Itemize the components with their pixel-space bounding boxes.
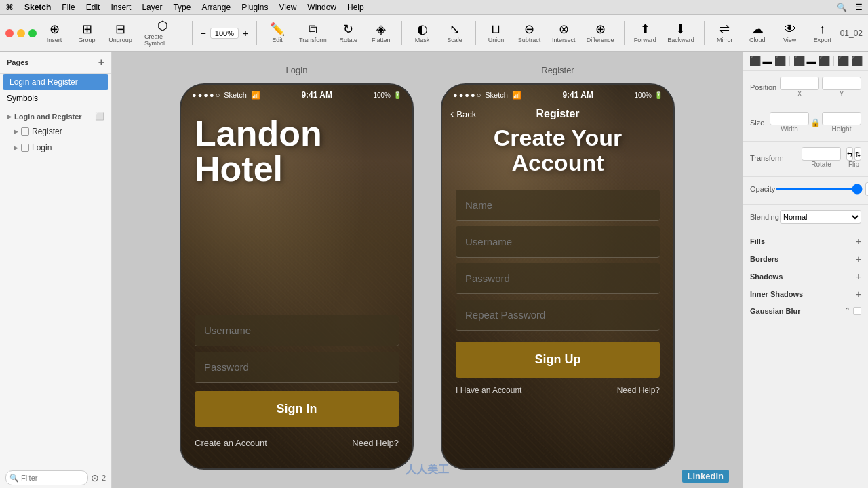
- align-middle-v-button[interactable]: ▬: [807, 56, 816, 66]
- shadows-add-button[interactable]: +: [856, 271, 861, 282]
- gaussian-blur-checkbox[interactable]: [853, 307, 861, 315]
- width-input[interactable]: [770, 112, 809, 125]
- menu-window[interactable]: Window: [307, 3, 336, 12]
- zoom-plus-button[interactable]: +: [240, 26, 251, 40]
- align-right-button[interactable]: ⬛: [774, 56, 786, 66]
- flip-v-button[interactable]: ⇅: [854, 147, 861, 161]
- subtract-icon: ⊖: [524, 23, 534, 35]
- layer-expand-icon-login[interactable]: ▶: [14, 144, 18, 151]
- menu-edit[interactable]: Edit: [86, 3, 100, 12]
- signup-button[interactable]: Sign Up: [456, 342, 660, 378]
- menu-arrange[interactable]: Arrange: [201, 3, 231, 12]
- backward-tool[interactable]: ⬇ Backward: [663, 20, 698, 46]
- sidebar-bottom-actions: 🔍 ⊙ 2: [0, 468, 111, 488]
- login-need-help-link[interactable]: Need Help?: [352, 438, 399, 448]
- scale-tool[interactable]: ⤡ Scale: [440, 20, 470, 46]
- blending-select[interactable]: Normal Darken Multiply Lighten Screen: [780, 210, 861, 224]
- transform-tool[interactable]: ⧉ Transform: [295, 20, 331, 46]
- menu-help[interactable]: Help: [347, 3, 364, 12]
- opacity-input[interactable]: [865, 182, 868, 196]
- ungroup-tool[interactable]: ⊟ Ungroup: [104, 20, 136, 46]
- login-username-field[interactable]: [195, 315, 399, 346]
- height-label: Height: [832, 125, 852, 133]
- view-tool[interactable]: 👁 View: [775, 20, 805, 46]
- insert-tool[interactable]: ⊕ Insert: [39, 20, 69, 46]
- sidebar-page-login-register[interactable]: Login and Register: [3, 74, 108, 90]
- close-button[interactable]: [5, 29, 14, 37]
- back-button[interactable]: ‹ Back: [450, 108, 476, 120]
- sidebar-page-symbols[interactable]: Symbols: [0, 90, 111, 106]
- signal-dot-5: ○: [216, 91, 220, 99]
- rotate-input[interactable]: [802, 147, 841, 161]
- menu-layer[interactable]: Layer: [142, 3, 162, 12]
- layer-expand-icon-register[interactable]: ▶: [14, 128, 18, 135]
- lock-proportions-button[interactable]: 🔒: [810, 118, 821, 127]
- align-left-button[interactable]: ⬛: [749, 56, 761, 66]
- forward-tool[interactable]: ⬆ Forward: [629, 20, 660, 46]
- sidebar-layer-login[interactable]: ▶ Login: [0, 140, 111, 156]
- register-repeat-password-field[interactable]: [456, 300, 660, 331]
- borders-section-header[interactable]: Borders +: [743, 250, 868, 268]
- union-tool[interactable]: ⊔ Union: [481, 20, 511, 46]
- align-top-button[interactable]: ⬛: [793, 56, 805, 66]
- register-need-help-link[interactable]: Need Help?: [617, 386, 660, 395]
- create-account-link[interactable]: Create an Account: [195, 438, 267, 448]
- layers-collapse-icon[interactable]: ▶: [7, 113, 12, 120]
- menu-plugins[interactable]: Plugins: [241, 3, 268, 12]
- zoom-minus-button[interactable]: −: [198, 26, 209, 40]
- align-bottom-button[interactable]: ⬛: [818, 56, 830, 66]
- borders-add-button[interactable]: +: [856, 253, 861, 264]
- inner-shadows-add-button[interactable]: +: [856, 289, 861, 300]
- status-app-name: Sketch: [224, 91, 247, 99]
- rotate-tool[interactable]: ↻ Rotate: [334, 20, 363, 46]
- size-label: Size: [750, 119, 764, 127]
- edit-tool[interactable]: ✏️ Edit: [262, 20, 292, 46]
- menu-type[interactable]: Type: [173, 3, 191, 12]
- shadows-section-header[interactable]: Shadows +: [743, 268, 868, 285]
- canvas-area[interactable]: Login ● ● ● ● ○ Sketch 📶: [112, 52, 743, 488]
- maximize-button[interactable]: [28, 29, 37, 37]
- app-name[interactable]: Sketch: [24, 3, 51, 12]
- position-x-input[interactable]: [780, 77, 819, 90]
- fills-add-button[interactable]: +: [856, 236, 861, 247]
- subtract-tool[interactable]: ⊖ Subtract: [513, 20, 545, 46]
- distribute-h-button[interactable]: ⬛: [837, 56, 849, 66]
- mirror-tool[interactable]: ⇌ Mirror: [710, 20, 740, 46]
- cloud-tool[interactable]: ☁ Cloud: [743, 20, 772, 46]
- export-tool[interactable]: ↑ Export: [808, 20, 837, 46]
- minimize-button[interactable]: [17, 29, 25, 37]
- gaussian-blur-section-header[interactable]: Gaussian Blur ⌃: [743, 303, 868, 319]
- register-password-field[interactable]: [456, 263, 660, 294]
- have-account-link[interactable]: I Have an Account: [456, 386, 521, 395]
- blending-label: Blending: [750, 213, 779, 221]
- register-username-field[interactable]: [456, 226, 660, 258]
- search-icon[interactable]: 🔍: [837, 3, 847, 12]
- height-input[interactable]: [822, 112, 861, 125]
- sidebar-layer-register[interactable]: ▶ Register: [0, 123, 111, 140]
- distribute-v-button[interactable]: ⬛: [851, 56, 863, 66]
- gaussian-blur-chevron[interactable]: ⌃: [844, 306, 850, 315]
- flip-h-button[interactable]: ⇆: [846, 147, 853, 161]
- group-tool[interactable]: ⊞ Group: [72, 20, 102, 46]
- apple-menu[interactable]: ⌘: [5, 3, 14, 12]
- inner-shadows-section-header[interactable]: Inner Shadows +: [743, 285, 868, 303]
- register-name-field[interactable]: [456, 190, 660, 221]
- position-row: Position X Y: [750, 77, 861, 98]
- fills-section-header[interactable]: Fills +: [743, 232, 868, 250]
- layer-visibility-button[interactable]: ⊙: [91, 472, 99, 483]
- login-password-field[interactable]: [195, 352, 399, 383]
- align-center-h-button[interactable]: ▬: [763, 56, 772, 66]
- opacity-slider[interactable]: [775, 188, 863, 190]
- menu-insert[interactable]: Insert: [111, 3, 131, 12]
- menu-file[interactable]: File: [62, 3, 75, 12]
- difference-tool[interactable]: ⊕ Difference: [583, 20, 618, 46]
- add-page-button[interactable]: +: [98, 57, 104, 68]
- flatten-tool[interactable]: ◈ Flatten: [366, 20, 396, 46]
- intersect-tool[interactable]: ⊗ Intersect: [548, 20, 580, 46]
- create-symbol-tool[interactable]: ⬡ Create Symbol: [139, 17, 186, 49]
- signin-button[interactable]: Sign In: [195, 391, 399, 427]
- mask-tool[interactable]: ◐ Mask: [408, 20, 437, 46]
- menu-view[interactable]: View: [279, 3, 297, 12]
- zoom-value[interactable]: 100%: [210, 28, 239, 39]
- position-y-input[interactable]: [822, 77, 861, 90]
